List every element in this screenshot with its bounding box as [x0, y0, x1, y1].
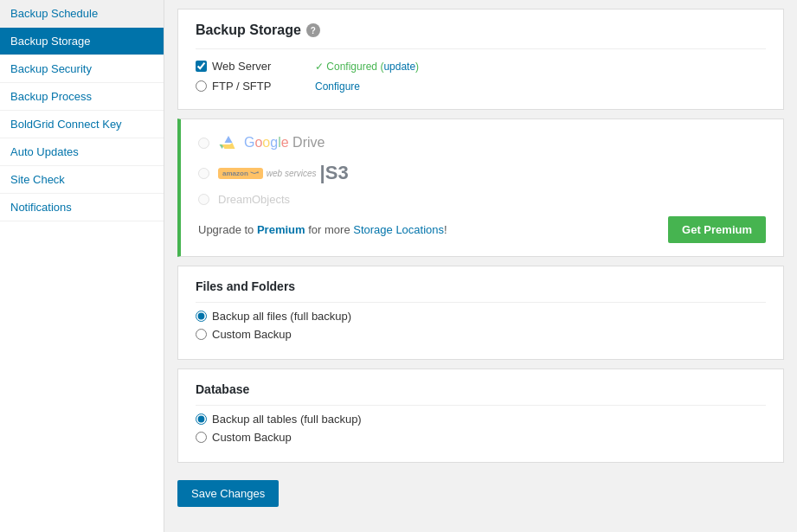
- files-option-0: Backup all files (full backup): [196, 310, 766, 323]
- web-server-status: ✓ Configured (update): [315, 61, 419, 73]
- premium-options: Google Drive amazon web services: [198, 132, 766, 206]
- db-radio-0[interactable]: [196, 413, 207, 425]
- upgrade-text: Upgrade to Premium for more Storage Loca…: [198, 223, 447, 236]
- web-server-row: Web Server ✓ Configured (update): [196, 56, 766, 76]
- sidebar-item-notifications[interactable]: Notifications: [0, 194, 164, 221]
- db-option-1: Custom Backup: [196, 431, 766, 444]
- database-title: Database: [196, 382, 766, 396]
- sidebar-item-site-check[interactable]: Site Check: [0, 166, 164, 194]
- storage-locations-text: Storage Locations: [353, 223, 444, 236]
- files-options: Backup all files (full backup)Custom Bac…: [196, 310, 766, 341]
- google-drive-option: Google Drive: [198, 132, 766, 153]
- configure-link[interactable]: Configure: [315, 80, 360, 93]
- amazon-smile-icon: [250, 170, 259, 176]
- save-section: Save Changes: [164, 471, 797, 520]
- db-label-1: Custom Backup: [212, 431, 292, 444]
- save-button[interactable]: Save Changes: [177, 480, 279, 507]
- files-folders-title: Files and Folders: [196, 279, 766, 293]
- backup-storage-section: Backup Storage ? Web Server ✓ Configured…: [177, 9, 784, 110]
- dreamobjects-radio: [198, 194, 209, 205]
- db-options: Backup all tables (full backup)Custom Ba…: [196, 413, 766, 444]
- premium-word: Premium: [257, 223, 305, 236]
- db-option-0: Backup all tables (full backup): [196, 413, 766, 426]
- sidebar: Backup ScheduleBackup StorageBackup Secu…: [0, 0, 164, 532]
- google-drive-icon: [218, 132, 239, 153]
- dreamobjects-option: DreamObjects: [198, 193, 766, 206]
- upgrade-row: Upgrade to Premium for more Storage Loca…: [198, 216, 766, 243]
- sidebar-item-backup-security[interactable]: Backup Security: [0, 55, 164, 83]
- files-radio-0[interactable]: [196, 311, 207, 322]
- amazon-badge: amazon: [218, 168, 263, 179]
- google-drive-radio: [198, 138, 209, 149]
- files-folders-section: Files and Folders Backup all files (full…: [177, 266, 784, 360]
- amazon-s3-radio: [198, 168, 209, 179]
- ftp-sftp-radio[interactable]: [196, 80, 207, 92]
- update-link[interactable]: update: [383, 61, 415, 73]
- s3-label: |S3: [320, 162, 349, 184]
- main-content: Backup Storage ? Web Server ✓ Configured…: [164, 0, 797, 532]
- google-drive-logo: Google Drive: [218, 132, 325, 153]
- web-server-label[interactable]: Web Server: [196, 60, 308, 73]
- section-title: Backup Storage: [196, 22, 301, 38]
- sidebar-item-backup-process[interactable]: Backup Process: [0, 83, 164, 111]
- db-radio-1[interactable]: [196, 432, 207, 443]
- sidebar-item-backup-storage[interactable]: Backup Storage: [0, 28, 164, 55]
- get-premium-button[interactable]: Get Premium: [668, 216, 766, 243]
- files-radio-1[interactable]: [196, 329, 207, 340]
- ftp-sftp-label[interactable]: FTP / SFTP: [196, 80, 308, 93]
- section-header: Backup Storage ?: [196, 22, 766, 38]
- premium-section: Google Drive amazon web services: [177, 119, 784, 257]
- sidebar-item-boldgrid-connect-key[interactable]: BoldGrid Connect Key: [0, 111, 164, 138]
- db-label-0: Backup all tables (full backup): [212, 413, 362, 426]
- sidebar-item-auto-updates[interactable]: Auto Updates: [0, 138, 164, 166]
- google-drive-text: Google Drive: [244, 135, 325, 151]
- files-label-0: Backup all files (full backup): [212, 310, 351, 323]
- files-label-1: Custom Backup: [212, 328, 292, 341]
- files-option-1: Custom Backup: [196, 328, 766, 341]
- amazon-s3-option: amazon web services |S3: [198, 162, 766, 184]
- database-section: Database Backup all tables (full backup)…: [177, 369, 784, 463]
- sidebar-item-backup-schedule[interactable]: Backup Schedule: [0, 0, 164, 28]
- web-server-checkbox[interactable]: [196, 61, 207, 72]
- help-icon[interactable]: ?: [306, 23, 320, 37]
- dreamobjects-label: DreamObjects: [218, 193, 290, 206]
- amazon-s3-logo: amazon web services |S3: [218, 162, 349, 184]
- ftp-sftp-row: FTP / SFTP Configure: [196, 76, 766, 96]
